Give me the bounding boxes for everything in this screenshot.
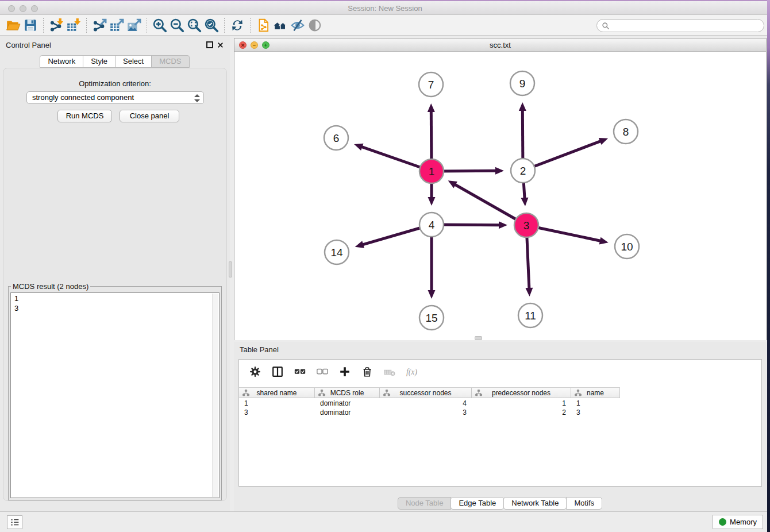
- function-builder-icon: f(x): [405, 365, 419, 379]
- import-network-icon[interactable]: [48, 17, 65, 34]
- table-toolbar: f(x): [239, 360, 761, 384]
- zoom-fit-icon[interactable]: [186, 17, 203, 34]
- table-row[interactable]: 3dominator323: [239, 408, 620, 417]
- first-neighbors-icon[interactable]: [272, 17, 289, 34]
- table-cell[interactable]: 1: [571, 399, 620, 408]
- tab-style[interactable]: Style: [83, 55, 116, 68]
- table-cell[interactable]: 3: [571, 408, 620, 417]
- open-session-icon[interactable]: [5, 17, 22, 34]
- task-history-button[interactable]: [7, 515, 22, 529]
- svg-text:f(x): f(x): [406, 368, 418, 377]
- arrowhead-icon: [428, 103, 435, 112]
- gear-icon[interactable]: [248, 365, 262, 379]
- optimization-criterion-label: Optimization criterion:: [3, 79, 226, 88]
- chevron-up-down-icon: [194, 94, 201, 103]
- tab-edge-table[interactable]: Edge Table: [451, 497, 504, 510]
- column-header-name[interactable]: name: [571, 388, 620, 398]
- arrowhead-icon: [519, 102, 526, 111]
- app-title-bar: Session: New Session: [0, 0, 770, 15]
- arrowhead-icon: [354, 144, 363, 151]
- deselect-all-rows-icon[interactable]: [315, 365, 329, 379]
- close-panel-button[interactable]: Close panel: [120, 110, 179, 122]
- mcds-result-text[interactable]: 1 3: [10, 292, 220, 498]
- horizontal-splitter-grip[interactable]: [475, 336, 482, 340]
- graph-node-label: 6: [333, 132, 340, 144]
- table-cell[interactable]: dominator: [315, 408, 380, 417]
- graph-node-label: 8: [623, 126, 629, 138]
- zoom-selected-icon[interactable]: [203, 17, 220, 34]
- arrowhead-icon: [355, 241, 364, 248]
- save-session-icon[interactable]: [22, 17, 39, 34]
- split-view-icon[interactable]: [271, 365, 284, 379]
- desktop-background-edge: [767, 0, 770, 532]
- tab-network-table[interactable]: Network Table: [503, 497, 567, 510]
- network-window-title-bar[interactable]: ✕ − + scc.txt: [234, 38, 766, 52]
- arrowhead-icon: [499, 221, 507, 229]
- table-panel-tabs: Node TableEdge TableNetwork TableMotifs: [234, 497, 767, 510]
- table-cell[interactable]: 1: [472, 399, 571, 408]
- export-network-icon[interactable]: [91, 17, 108, 34]
- zoom-in-icon[interactable]: [151, 17, 168, 34]
- table-cell[interactable]: 4: [380, 399, 472, 408]
- toolbar-separator: [86, 18, 87, 33]
- delete-icon[interactable]: [360, 365, 374, 379]
- hide-selected-icon[interactable]: [289, 17, 306, 34]
- graph-node-label: 10: [621, 241, 633, 253]
- arrowhead-icon: [521, 198, 528, 206]
- zoom-out-icon[interactable]: [168, 17, 186, 34]
- column-header-MCDS-role[interactable]: MCDS role: [315, 388, 380, 398]
- toolbar-separator: [250, 18, 251, 33]
- arrowhead-icon: [525, 288, 533, 296]
- tab-motifs[interactable]: Motifs: [566, 497, 602, 510]
- table-cell[interactable]: dominator: [315, 399, 380, 408]
- refresh-layout-icon[interactable]: [229, 17, 246, 34]
- vertical-splitter-grip[interactable]: [229, 261, 232, 277]
- add-icon[interactable]: [338, 365, 352, 379]
- table-cell[interactable]: 3: [239, 408, 315, 417]
- memory-status-icon: [719, 518, 726, 526]
- optimization-select[interactable]: strongly connected component: [26, 91, 204, 104]
- table-cell[interactable]: 3: [380, 408, 472, 417]
- arrowhead-icon: [599, 138, 608, 145]
- graph-node-label: 15: [425, 312, 437, 324]
- show-all-icon[interactable]: [306, 17, 324, 34]
- column-header-predecessor-nodes[interactable]: predecessor nodes: [472, 388, 571, 398]
- run-mcds-button[interactable]: Run MCDS: [57, 110, 112, 122]
- arrowhead-icon: [599, 237, 609, 245]
- search-icon: [602, 22, 610, 30]
- network-view-title: scc.txt: [234, 41, 766, 49]
- import-table-icon[interactable]: [65, 17, 82, 34]
- table-cell[interactable]: 2: [472, 408, 571, 417]
- new-network-icon[interactable]: [255, 17, 272, 34]
- table-cell[interactable]: 1: [239, 399, 315, 408]
- graph-node-label: 9: [519, 78, 526, 90]
- table-panel: Table Panel f(x) shared nameMCDS rolesuc…: [234, 342, 767, 511]
- select-all-rows-icon[interactable]: [293, 365, 307, 379]
- network-graph: 1234678910111415: [234, 52, 766, 340]
- export-table-icon[interactable]: [108, 17, 125, 34]
- search-input[interactable]: [612, 20, 764, 31]
- tab-mcds[interactable]: MCDS: [151, 55, 189, 68]
- list-icon: [10, 517, 20, 527]
- result-scrollbar[interactable]: [212, 294, 218, 497]
- search-field[interactable]: [596, 19, 764, 32]
- tab-network[interactable]: Network: [40, 55, 83, 68]
- toolbar-separator: [224, 18, 225, 33]
- graph-node-label: 3: [523, 219, 530, 232]
- table-row[interactable]: 1dominator411: [239, 399, 620, 408]
- network-canvas[interactable]: 1234678910111415: [234, 52, 766, 340]
- memory-button[interactable]: Memory: [713, 515, 763, 529]
- float-panel-icon[interactable]: [206, 41, 213, 48]
- graph-node-label: 14: [330, 246, 343, 259]
- window-title: Session: New Session: [0, 4, 770, 13]
- toolbar-separator: [147, 18, 147, 33]
- column-header-shared-name[interactable]: shared name: [239, 388, 315, 398]
- tab-node-table[interactable]: Node Table: [398, 497, 452, 510]
- close-panel-icon[interactable]: [217, 41, 224, 51]
- mcds-panel: Optimization criterion: strongly connect…: [3, 68, 227, 501]
- status-bar: Memory: [0, 511, 770, 532]
- export-image-icon[interactable]: [125, 17, 143, 34]
- graph-node-label: 2: [520, 165, 526, 177]
- column-header-successor-nodes[interactable]: successor nodes: [380, 388, 472, 398]
- tab-select[interactable]: Select: [115, 55, 152, 68]
